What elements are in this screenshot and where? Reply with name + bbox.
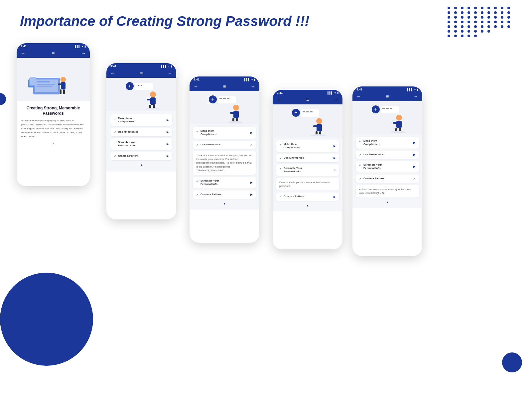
arrow-icon-3: ▶ [167,142,169,146]
decorative-dots [448,7,512,37]
svg-point-41 [316,118,322,124]
phone-5-svg: + [366,103,409,133]
menu-item-complicated-3: ✓ Make themComplicated. ▶ [193,127,256,139]
forward-icon-4: → [334,97,338,102]
ai-4-1: ▶ [333,144,336,148]
ml-5-4: Create a Pattern. [363,177,385,180]
mi-left-5-2: ✓ Use Mnemonics [359,153,384,157]
wifi-icon-4: ▾ [334,91,336,94]
phone-2-nav: ← ≡ → [106,68,176,78]
phone-3-notch [218,76,231,78]
svg-rect-6 [61,82,66,89]
hamburger-icon-2: ≡ [140,70,143,76]
ml-3-3: Scramble YourPersonal Info. [200,179,219,186]
page-title: Importance of Creating Strong Password !… [20,13,309,29]
battery-icon-4: ▮ [337,91,338,94]
svg-rect-4 [37,86,53,87]
menu-item-pattern-5: ✓ Create a Pattern. ✕ [356,175,419,183]
phone-2-menu: ✓ Make themComplicated. ▶ ✓ Use Mnemonic… [106,111,176,172]
svg-rect-2 [37,81,50,82]
svg-rect-54 [396,121,402,128]
phone-5-time: 9:41 [356,88,362,91]
ai-4-2: ▶ [333,156,336,160]
xi-4-3: ✕ [333,168,336,172]
mi-left-3-1: ✓ Make themComplicated. [196,129,217,136]
menu-label: Make themComplicated. [118,117,135,124]
menu-item-complicated-5: ✓ Make themComplicated. ▶ [356,137,419,149]
phone-4-nav: ← ≡ → [273,95,342,104]
svg-rect-21 [147,99,151,100]
forward-icon-3: → [251,84,255,89]
hamburger-icon: ≡ [52,51,55,56]
svg-point-53 [396,115,402,121]
expanded-pattern: At least one lowercase letter(a - z). At… [356,185,419,198]
svg-rect-26 [219,98,222,99]
menu-item-scramble-3: ✓ Scramble YourPersonal Info. ▶ [193,177,256,189]
ci-4-4: ✓ [279,195,282,199]
signal-icon-2: ▌▌▌ [161,65,167,68]
phone-4: 9:41 ▌▌▌ ▾ ▮ ← ≡ → + [273,90,342,249]
svg-rect-49 [381,106,399,113]
desk-illustration-svg [27,60,80,99]
ml-5-1: Make themComplicated. [363,139,380,146]
svg-text:+: + [128,83,131,89]
expanded-mnemonics: Think of a line from a book or song and … [193,151,256,175]
phone-1-dot-indicator: • [21,142,85,145]
signal-icon: ▌▌▌ [75,45,80,48]
phone-1-content-text: It can be overwhelming trying to keep al… [21,119,85,139]
mi-left-5-3: ✓ Scramble YourPersonal Info. [359,163,382,170]
ml-4-1: Make themComplicated. [284,143,300,150]
check-icon-4: ✓ [114,155,116,158]
forward-icon-2: → [168,70,172,76]
svg-point-29 [233,105,239,111]
svg-rect-57 [393,122,397,124]
phone-2-notch [135,63,148,65]
phone-4-dot: • [276,203,339,209]
ai-3-3: ▶ [250,181,253,184]
ci-4-2: ✓ [279,157,282,160]
menu-item-complicated-4: ✓ Make themComplicated. ▶ [276,140,339,152]
ml-4-2: Use Mnemonics [284,156,304,160]
menu-item-left: ✓ Make themComplicated. [114,117,135,124]
decorative-circle-bottom-right [502,352,522,372]
ai-5-1: ▶ [413,141,416,144]
mi-left-3-3: ✓ Scramble YourPersonal Info. [196,179,219,186]
phone-1-content: Creating Strong, Memorable Passwords It … [17,101,90,150]
ci-3-4: ✓ [196,193,199,197]
menu-item-mnemonics-5: ✓ Use Mnemonics ▶ [356,151,419,159]
svg-point-5 [61,77,66,82]
ml-5-3: Scramble YourPersonal Info. [363,163,382,170]
mi-left-3-4: ✓ Create a Pattern. [196,193,222,197]
phone-1-time: 9:41 [21,45,27,48]
hamburger-icon-4: ≡ [306,97,309,102]
menu-item-left-2: ✓ Use Mnemonics [114,130,138,134]
svg-rect-9 [58,83,62,85]
phone-4-menu: ✓ Make themComplicated. ▶ ✓ Use Mnemonic… [273,138,342,211]
svg-rect-12 [30,77,36,85]
svg-text:+: + [211,96,214,102]
ci-4-1: ✓ [279,143,282,146]
phone-5-notch [381,86,394,88]
back-icon-5: ← [356,94,361,99]
menu-item-mnemonics-4: ✓ Use Mnemonics ▶ [276,154,339,162]
phone-2-time: 9:41 [110,65,116,68]
svg-rect-30 [233,111,239,118]
svg-rect-39 [306,111,309,112]
signal-icon-5: ▌▌▌ [407,88,413,91]
phone-2: 9:41 ▌▌▌ ▾ ▮ ← ≡ → + • • • [106,63,176,219]
menu-label-2: Use Mnemonics [118,130,138,134]
phone-5: 9:41 ▌▌▌ ▾ ▮ ← ≡ → + [352,86,422,256]
phone-4-status-icons: ▌▌▌ ▾ ▮ [328,91,338,94]
ml-5-2: Use Mnemonics [363,153,384,156]
ai-5-3: ▶ [413,165,416,168]
menu-item-left-4: ✓ Create a Pattern. [114,154,139,158]
phone-1-nav: ← ≡ → [17,49,90,58]
menu-item-left-3: ✓ Scramble YourPersonal Info. [114,141,137,148]
mi-left-4-1: ✓ Make themComplicated. [279,143,300,150]
decorative-circle-left [0,93,6,105]
back-icon: ← [21,51,25,56]
arrow-icon-2: ▶ [167,130,169,134]
ml-3-1: Make themComplicated. [200,129,217,136]
signal-icon-3: ▌▌▌ [244,78,250,81]
phone-5-status-icons: ▌▌▌ ▾ ▮ [407,88,418,91]
